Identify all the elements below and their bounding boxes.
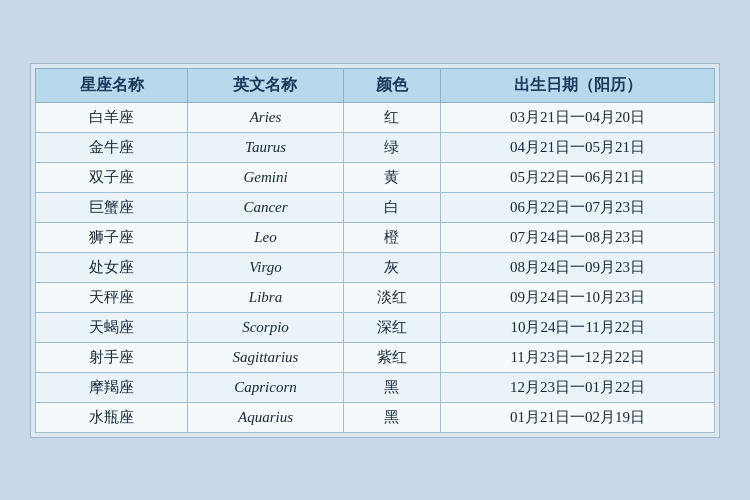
cell-chinese-name: 白羊座 [36, 102, 188, 132]
cell-chinese-name: 水瓶座 [36, 402, 188, 432]
cell-color: 黄 [343, 162, 441, 192]
cell-chinese-name: 天秤座 [36, 282, 188, 312]
cell-chinese-name: 天蝎座 [36, 312, 188, 342]
table-row: 白羊座Aries红03月21日一04月20日 [36, 102, 715, 132]
cell-dates: 04月21日一05月21日 [441, 132, 715, 162]
table-row: 射手座Sagittarius紫红11月23日一12月22日 [36, 342, 715, 372]
cell-color: 红 [343, 102, 441, 132]
cell-dates: 06月22日一07月23日 [441, 192, 715, 222]
cell-dates: 01月21日一02月19日 [441, 402, 715, 432]
zodiac-table: 星座名称 英文名称 颜色 出生日期（阳历） 白羊座Aries红03月21日一04… [35, 68, 715, 433]
cell-dates: 08月24日一09月23日 [441, 252, 715, 282]
zodiac-table-container: 星座名称 英文名称 颜色 出生日期（阳历） 白羊座Aries红03月21日一04… [30, 63, 720, 438]
table-row: 巨蟹座Cancer白06月22日一07月23日 [36, 192, 715, 222]
table-header-row: 星座名称 英文名称 颜色 出生日期（阳历） [36, 68, 715, 102]
cell-color: 白 [343, 192, 441, 222]
cell-color: 绿 [343, 132, 441, 162]
cell-color: 淡红 [343, 282, 441, 312]
cell-color: 深红 [343, 312, 441, 342]
cell-chinese-name: 双子座 [36, 162, 188, 192]
cell-color: 紫红 [343, 342, 441, 372]
table-row: 处女座Virgo灰08月24日一09月23日 [36, 252, 715, 282]
cell-color: 橙 [343, 222, 441, 252]
cell-english-name: Virgo [188, 252, 343, 282]
table-row: 水瓶座Aquarius黑01月21日一02月19日 [36, 402, 715, 432]
table-row: 狮子座Leo橙07月24日一08月23日 [36, 222, 715, 252]
cell-color: 黑 [343, 372, 441, 402]
cell-dates: 10月24日一11月22日 [441, 312, 715, 342]
cell-color: 灰 [343, 252, 441, 282]
header-chinese-name: 星座名称 [36, 68, 188, 102]
cell-chinese-name: 摩羯座 [36, 372, 188, 402]
cell-dates: 09月24日一10月23日 [441, 282, 715, 312]
cell-english-name: Gemini [188, 162, 343, 192]
cell-dates: 03月21日一04月20日 [441, 102, 715, 132]
cell-chinese-name: 狮子座 [36, 222, 188, 252]
table-row: 双子座Gemini黄05月22日一06月21日 [36, 162, 715, 192]
cell-chinese-name: 处女座 [36, 252, 188, 282]
cell-english-name: Libra [188, 282, 343, 312]
cell-english-name: Leo [188, 222, 343, 252]
cell-english-name: Capricorn [188, 372, 343, 402]
table-row: 摩羯座Capricorn黑12月23日一01月22日 [36, 372, 715, 402]
table-row: 天蝎座Scorpio深红10月24日一11月22日 [36, 312, 715, 342]
header-color: 颜色 [343, 68, 441, 102]
cell-english-name: Taurus [188, 132, 343, 162]
header-english-name: 英文名称 [188, 68, 343, 102]
cell-color: 黑 [343, 402, 441, 432]
header-dates: 出生日期（阳历） [441, 68, 715, 102]
cell-dates: 05月22日一06月21日 [441, 162, 715, 192]
cell-english-name: Aries [188, 102, 343, 132]
cell-english-name: Scorpio [188, 312, 343, 342]
table-row: 天秤座Libra淡红09月24日一10月23日 [36, 282, 715, 312]
cell-english-name: Sagittarius [188, 342, 343, 372]
cell-dates: 11月23日一12月22日 [441, 342, 715, 372]
cell-dates: 07月24日一08月23日 [441, 222, 715, 252]
table-row: 金牛座Taurus绿04月21日一05月21日 [36, 132, 715, 162]
cell-chinese-name: 金牛座 [36, 132, 188, 162]
cell-english-name: Cancer [188, 192, 343, 222]
cell-english-name: Aquarius [188, 402, 343, 432]
cell-dates: 12月23日一01月22日 [441, 372, 715, 402]
cell-chinese-name: 射手座 [36, 342, 188, 372]
cell-chinese-name: 巨蟹座 [36, 192, 188, 222]
